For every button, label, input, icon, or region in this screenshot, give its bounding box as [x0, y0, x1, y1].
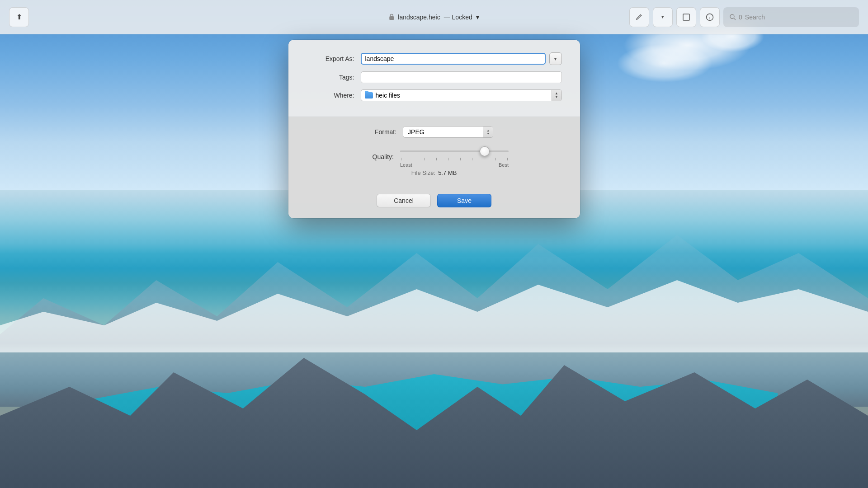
export-as-row: Export As: ▾	[307, 52, 562, 65]
cancel-button[interactable]: Cancel	[377, 194, 431, 207]
tags-input[interactable]	[361, 71, 562, 83]
tick-8	[484, 158, 484, 160]
where-row: Where: heic files ▲ ▼	[307, 89, 562, 101]
tags-label: Tags:	[307, 74, 361, 81]
dialog-actions: Cancel Save	[288, 190, 580, 218]
dialog-bottom: Format: JPEG ▲ ▼ Quality:	[288, 117, 580, 190]
quality-slider-thumb[interactable]	[480, 146, 490, 156]
quality-slider-wrapper	[400, 146, 509, 157]
folder-icon	[365, 92, 373, 99]
filesize-row: File Size: 5.7 MB	[307, 169, 562, 176]
tick-4	[436, 158, 437, 160]
tick-7	[472, 158, 472, 160]
chevron-down-icon-small: ▾	[554, 56, 557, 61]
save-button[interactable]: Save	[437, 194, 491, 207]
stepper-down-icon: ▼	[555, 95, 558, 99]
tick-3	[425, 158, 425, 160]
format-label: Format:	[375, 128, 403, 136]
tags-row: Tags:	[307, 71, 562, 83]
where-folder-name: heic files	[376, 92, 400, 99]
tick-5	[448, 158, 448, 160]
slider-ticks	[400, 158, 509, 160]
format-select[interactable]: JPEG ▲ ▼	[403, 126, 493, 138]
quality-least-label: Least	[400, 162, 412, 168]
format-select-inner: JPEG	[403, 128, 483, 136]
export-as-input[interactable]	[361, 53, 546, 65]
format-stepper[interactable]: ▲ ▼	[483, 126, 493, 138]
export-dialog: Export As: ▾ Tags: Where:	[288, 40, 580, 218]
dialog-top: Export As: ▾ Tags: Where:	[288, 40, 580, 117]
tick-2	[413, 158, 413, 160]
export-as-input-wrapper: ▾	[361, 52, 562, 65]
tick-10	[507, 158, 508, 160]
quality-slider-container: Least Best	[400, 146, 509, 168]
filesize-label: File Size:	[411, 169, 438, 176]
quality-slider-track	[400, 150, 509, 152]
tick-6	[460, 158, 461, 160]
expand-button[interactable]: ▾	[549, 52, 562, 65]
where-select-inner: heic files	[361, 92, 552, 99]
where-select[interactable]: heic files ▲ ▼	[361, 89, 562, 101]
quality-row: Quality:	[307, 146, 562, 168]
format-value: JPEG	[408, 128, 425, 136]
where-label: Where:	[307, 92, 361, 99]
where-stepper[interactable]: ▲ ▼	[552, 89, 561, 101]
quality-best-label: Best	[499, 162, 509, 168]
quality-label: Quality:	[359, 153, 400, 160]
tick-9	[495, 158, 496, 160]
slider-labels: Least Best	[400, 162, 509, 168]
tick-1	[401, 158, 401, 160]
modal-overlay: Export As: ▾ Tags: Where:	[0, 0, 868, 488]
filesize-value: 5.7 MB	[438, 169, 457, 176]
format-row: Format: JPEG ▲ ▼	[307, 126, 562, 138]
export-as-label: Export As:	[307, 55, 361, 62]
